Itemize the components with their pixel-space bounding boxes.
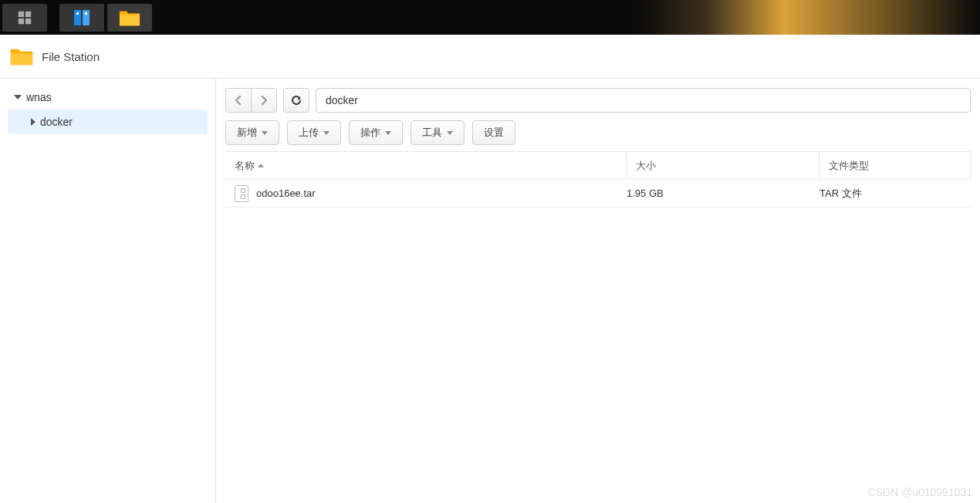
app-title: File Station: [42, 50, 100, 63]
sort-ascending-icon: [258, 164, 264, 167]
titlebar: File Station: [0, 35, 980, 78]
toolbar: 新增 上传 操作 工具 设置: [225, 120, 971, 145]
tree-child-label: docker: [40, 116, 73, 128]
file-table: 名称 大小 文件类型 odoo16ee.tar 1.95 GB: [225, 151, 971, 503]
svg-rect-2: [19, 18, 24, 23]
archive-file-icon: [235, 185, 248, 202]
table-row[interactable]: odoo16ee.tar 1.95 GB TAR 文件: [225, 180, 971, 208]
chevron-left-icon: [234, 95, 243, 106]
folder-icon: [9, 46, 34, 66]
taskbar-package-center[interactable]: [59, 4, 104, 32]
file-type: TAR 文件: [819, 187, 971, 201]
caret-down-icon: [385, 131, 391, 135]
upload-button[interactable]: 上传: [287, 120, 341, 145]
tree-node-docker[interactable]: docker: [8, 110, 208, 134]
caret-down-icon: [447, 131, 453, 135]
file-size: 1.95 GB: [627, 187, 819, 199]
new-button[interactable]: 新增: [225, 120, 279, 145]
folder-icon: [118, 8, 141, 27]
table-header: 名称 大小 文件类型: [225, 152, 971, 180]
path-input[interactable]: [316, 88, 971, 113]
svg-rect-3: [25, 18, 31, 23]
taskbar: [0, 0, 980, 35]
svg-rect-7: [85, 12, 87, 15]
chevron-right-icon: [31, 118, 35, 126]
svg-rect-6: [76, 12, 79, 15]
apps-icon: [16, 9, 33, 26]
column-header-size[interactable]: 大小: [627, 152, 819, 179]
tree-root-label: wnas: [26, 91, 52, 103]
column-header-type[interactable]: 文件类型: [819, 152, 971, 179]
nav-row: [225, 88, 971, 113]
column-header-name[interactable]: 名称: [225, 152, 627, 179]
caret-down-icon: [262, 131, 268, 135]
chevron-right-icon: [259, 95, 269, 106]
settings-button[interactable]: 设置: [472, 120, 515, 145]
svg-rect-0: [19, 11, 24, 16]
watermark: CSDN @u010991031: [867, 486, 972, 498]
file-name: odoo16ee.tar: [256, 187, 316, 199]
sidebar: wnas docker: [0, 79, 216, 503]
svg-rect-1: [25, 11, 31, 16]
tree-node-root[interactable]: wnas: [8, 85, 208, 110]
main-panel: 新增 上传 操作 工具 设置: [216, 79, 980, 503]
taskbar-apps-button[interactable]: [2, 4, 47, 32]
back-button[interactable]: [225, 88, 252, 113]
package-icon: [71, 7, 93, 29]
chevron-down-icon: [14, 95, 22, 100]
refresh-button[interactable]: [283, 88, 309, 113]
taskbar-file-station[interactable]: [107, 4, 152, 32]
action-button[interactable]: 操作: [349, 120, 403, 145]
forward-button[interactable]: [251, 88, 277, 113]
caret-down-icon: [323, 131, 329, 135]
refresh-icon: [290, 94, 302, 106]
file-station-window: File Station wnas docker: [0, 35, 980, 503]
tools-button[interactable]: 工具: [411, 120, 465, 145]
